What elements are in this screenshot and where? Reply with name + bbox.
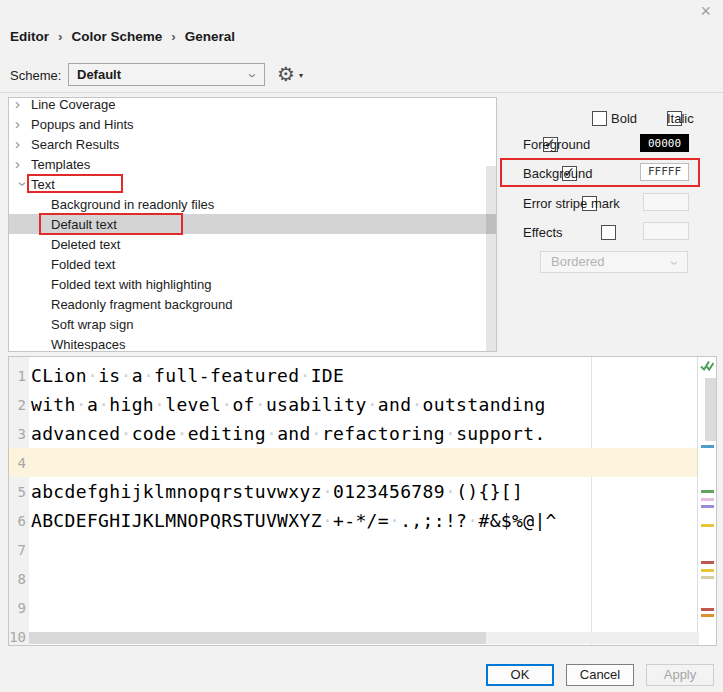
editor-preview[interactable]: 1CLion·is·a·full-featured·IDE2with·a·hig… (8, 356, 717, 646)
line-number: 10 (9, 629, 29, 645)
tree-item-whitespaces[interactable]: Whitespaces (9, 334, 496, 352)
chevron-collapsed-icon[interactable]: › (15, 157, 31, 171)
chevron-collapsed-icon[interactable]: › (15, 97, 31, 111)
tree-item-search-results[interactable]: ›Search Results (9, 134, 496, 154)
tree-item-label: Readonly fragment background (51, 297, 232, 312)
stripe-mark (701, 498, 714, 501)
line-text: CLion·is·a·full-featured·IDE (29, 365, 344, 386)
ok-button[interactable]: OK (486, 664, 554, 686)
editor-line[interactable]: 1CLion·is·a·full-featured·IDE (9, 361, 698, 390)
error-stripe-color-field[interactable] (643, 193, 689, 211)
effects-type-value: Bordered (551, 254, 604, 269)
effects-type-select[interactable]: Bordered › (540, 251, 688, 273)
line-text: abcdefghijklmnopqrstuvwxyz·0123456789·()… (29, 481, 523, 502)
tree-scrollbar-thumb[interactable] (486, 166, 496, 351)
tree-item-label: Line Coverage (31, 97, 116, 112)
effects-color-field[interactable] (643, 222, 689, 240)
foreground-color-field[interactable]: 00000 (640, 134, 689, 152)
error-stripe (697, 357, 716, 645)
tree-item-deleted-text[interactable]: Deleted text (9, 234, 496, 254)
italic-label[interactable]: Italic (667, 111, 694, 126)
tree-item-label: Search Results (31, 137, 119, 152)
divider (0, 92, 723, 93)
line-number: 9 (9, 600, 29, 616)
tree-item-label: Text (31, 177, 55, 192)
line-number: 2 (9, 397, 29, 413)
editor-line[interactable]: 9 (9, 593, 698, 622)
tree-item-background-in-readonly-files[interactable]: Background in readonly files (9, 194, 496, 214)
bold-label[interactable]: Bold (611, 111, 637, 126)
tree-item-label: Folded text (51, 257, 115, 272)
effects-checkbox[interactable] (601, 225, 616, 240)
editor-line[interactable]: 4 (9, 448, 698, 477)
chevron-collapsed-icon[interactable]: › (15, 137, 31, 151)
tree-item-text[interactable]: ›Text (9, 174, 496, 194)
line-number: 3 (9, 426, 29, 442)
editor-line[interactable]: 3advanced·code·editing·and·refactoring·s… (9, 419, 698, 448)
tree-item-templates[interactable]: ›Templates (9, 154, 496, 174)
editor-line[interactable]: 5abcdefghijklmnopqrstuvwxyz·0123456789·(… (9, 477, 698, 506)
stripe-mark (701, 576, 714, 579)
foreground-label[interactable]: Foreground (523, 137, 590, 152)
breadcrumb: Editor › Color Scheme › General (10, 29, 235, 44)
tree-item-readonly-fragment-background[interactable]: Readonly fragment background (9, 294, 496, 314)
background-color-field[interactable]: FFFFF (640, 163, 689, 181)
bold-checkbox[interactable] (592, 111, 607, 126)
tree-item-folded-text[interactable]: Folded text (9, 254, 496, 274)
close-icon[interactable]: × (700, 2, 711, 20)
settings-dialog: × Editor › Color Scheme › General Scheme… (0, 0, 723, 692)
horizontal-scrollbar[interactable] (29, 632, 699, 644)
gear-dropdown-arrow: ▾ (299, 64, 303, 88)
tree-item-label: Popups and Hints (31, 117, 134, 132)
stripe-mark (701, 490, 714, 493)
tree-item-soft-wrap-sign[interactable]: Soft wrap sign (9, 314, 496, 334)
tree-item-label: Folded text with highlighting (51, 277, 211, 292)
tree-item-popups-and-hints[interactable]: ›Popups and Hints (9, 114, 496, 134)
chevron-collapsed-icon[interactable]: › (15, 117, 31, 131)
line-number: 6 (9, 513, 29, 529)
line-text: ABCDEFGHIJKLMNOPQRSTUVWXYZ·+-*/=·.,;:!?·… (29, 510, 557, 531)
editor-line[interactable]: 6ABCDEFGHIJKLMNOPQRSTUVWXYZ·+-*/=·.,;:!?… (9, 506, 698, 535)
tree-item-label: Background in readonly files (51, 197, 214, 212)
apply-button[interactable]: Apply (646, 664, 714, 686)
editor-line[interactable]: 8 (9, 564, 698, 593)
chevron-expanded-icon[interactable]: › (16, 176, 30, 192)
stripe-mark (701, 569, 714, 572)
tree-item-folded-text-with-highlighting[interactable]: Folded text with highlighting (9, 274, 496, 294)
tree-item-line-coverage[interactable]: ›Line Coverage (9, 97, 496, 114)
line-text: advanced·code·editing·and·refactoring·su… (29, 423, 546, 444)
color-tree: ›Line Coverage›Popups and Hints›Search R… (9, 97, 496, 352)
tree-item-default-text[interactable]: Default text (9, 214, 496, 234)
editor-line[interactable]: 7 (9, 535, 698, 564)
line-number: 7 (9, 542, 29, 558)
tree-item-label: Soft wrap sign (51, 317, 133, 332)
effects-label[interactable]: Effects (523, 225, 563, 240)
stripe-mark (701, 614, 714, 617)
horizontal-scrollbar-thumb[interactable] (29, 632, 486, 644)
breadcrumb-item-editor[interactable]: Editor (10, 29, 49, 44)
stripe-mark (701, 608, 714, 611)
chevron-down-icon: › (666, 261, 686, 266)
tree-item-label: Templates (31, 157, 90, 172)
gear-icon[interactable]: ⚙▾ (277, 62, 301, 86)
breadcrumb-separator: › (58, 29, 63, 44)
cancel-button[interactable]: Cancel (566, 664, 634, 686)
scheme-select[interactable]: Default › (68, 63, 265, 86)
background-label[interactable]: Background (523, 166, 592, 181)
tree-item-label: Deleted text (51, 237, 120, 252)
tree-item-label: Whitespaces (51, 337, 125, 352)
inspections-ok-icon (700, 360, 714, 373)
chevron-down-icon: › (242, 73, 263, 78)
vertical-scrollbar-thumb[interactable] (705, 378, 716, 441)
editor-lines: 1CLion·is·a·full-featured·IDE2with·a·hig… (9, 361, 698, 646)
stripe-mark (701, 524, 714, 527)
breadcrumb-item-general[interactable]: General (185, 29, 235, 44)
error-stripe-mark-label[interactable]: Error stripe mark (523, 196, 620, 211)
line-text: with·a·high·level·of·usability·and·outst… (29, 394, 546, 415)
stripe-mark (701, 561, 714, 564)
breadcrumb-item-color-scheme[interactable]: Color Scheme (72, 29, 163, 44)
line-number: 8 (9, 571, 29, 587)
tree-scrollbar[interactable] (486, 98, 496, 351)
tree-item-label: Default text (51, 217, 117, 232)
editor-line[interactable]: 2with·a·high·level·of·usability·and·outs… (9, 390, 698, 419)
